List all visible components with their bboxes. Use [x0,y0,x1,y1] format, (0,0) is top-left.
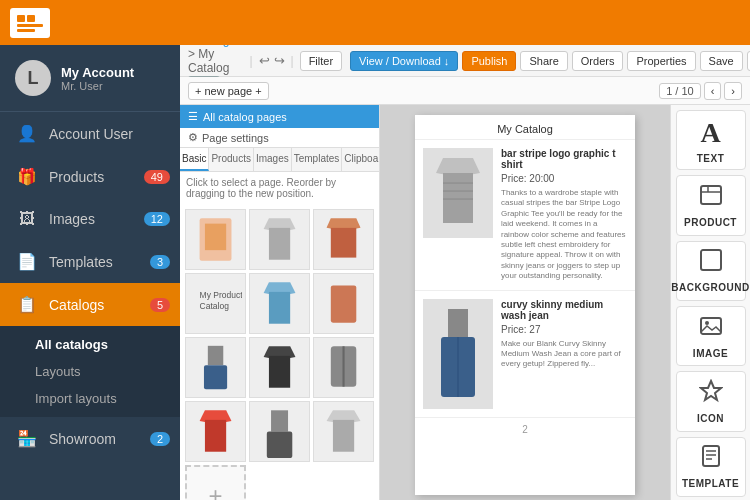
catalog-panel: ☰ All catalog pages ⚙ Page settings Basi… [180,105,380,500]
sidebar-item-images[interactable]: 🖼 Images 12 [0,198,180,240]
product-thumb-9[interactable] [313,337,374,398]
product-thumb-8[interactable] [249,337,310,398]
product-thumb-4[interactable]: My ProductCatalog [185,273,246,334]
templates-icon: 📄 [15,252,39,271]
svg-rect-1 [17,15,25,22]
right-tool-template[interactable]: TEMPLATE [676,437,746,497]
svg-rect-27 [333,420,354,452]
page-settings-label: Page settings [202,132,269,144]
product-entry-2: curvy skinny medium wash jean Price: 27 … [415,291,635,418]
logo[interactable] [10,8,50,38]
account-info: My Account Mr. User [61,65,134,92]
sidebar-item-account-user[interactable]: 👤 Account User [0,112,180,155]
showroom-icon: 🏪 [15,429,39,448]
sidebar-item-catalogs[interactable]: 📋 Catalogs 5 [0,283,180,326]
product-image-1 [423,148,493,238]
product-grid: My ProductCatalog [180,204,379,500]
page-info: 1 / 10 [659,83,701,99]
text-tool-icon: A [700,117,720,149]
content-area: Catalogs > My Catalog Draft | ↩ ↪ | Filt… [180,45,750,500]
background-tool-icon [699,248,723,278]
prev-page-button[interactable]: ‹ [704,82,722,100]
page-canvas: My Catalog [415,115,635,495]
showroom-badge: 2 [150,432,170,446]
page-settings-bar: ⚙ Page settings [180,128,379,148]
publish-button[interactable]: Publish [462,51,516,71]
product-thumb-1[interactable] [185,209,246,270]
subnav-layouts[interactable]: Layouts [20,358,180,385]
all-catalog-pages-label: All catalog pages [203,111,287,123]
svg-rect-2 [27,15,35,22]
images-icon: 🖼 [15,210,39,228]
product-thumb-11[interactable] [249,401,310,462]
product-thumb-12[interactable] [313,401,374,462]
sidebar-item-templates[interactable]: 📄 Templates 3 [0,240,180,283]
properties-button[interactable]: Properties [627,51,695,71]
avatar: L [15,60,51,96]
filter-button[interactable]: Filter [300,51,342,71]
toolbar: Catalogs > My Catalog Draft | ↩ ↪ | Filt… [180,45,750,77]
add-page-button[interactable]: + new page + [188,82,269,100]
help-button[interactable]: Help [747,51,750,71]
template-tool-icon [699,444,723,474]
right-tool-image[interactable]: IMAGE [676,306,746,366]
svg-rect-14 [269,292,290,324]
product-thumb-7[interactable] [185,337,246,398]
product-title-2: curvy skinny medium wash jean [501,299,627,321]
share-button[interactable]: Share [520,51,567,71]
product-price-1: Price: 20:00 [501,173,627,184]
products-badge: 49 [144,170,170,184]
right-tool-icon[interactable]: ICON [676,371,746,431]
svg-rect-17 [204,365,227,389]
right-tool-text[interactable]: A TEXT [676,110,746,170]
subnav-all-catalogs[interactable]: All catalogs [20,331,180,358]
view-download-button[interactable]: View / Download ↓ [350,51,458,71]
tab-clipbo[interactable]: Clipboa... [342,148,380,171]
save-button[interactable]: Save [700,51,743,71]
product-thumb-2[interactable] [249,209,310,270]
product-entry-1: bar stripe logo graphic t shirt Price: 2… [415,140,635,291]
product-thumb-10[interactable] [185,401,246,462]
tab-basic[interactable]: Basic [180,148,209,171]
redo-icon[interactable]: ↪ [274,53,285,68]
right-tool-background[interactable]: BACKGROUND [676,241,746,301]
svg-rect-8 [269,228,290,260]
svg-text:Catalog: Catalog [200,301,230,311]
icon-tool-label: ICON [697,413,724,424]
product-image-2 [423,299,493,409]
undo-icon[interactable]: ↩ [259,53,270,68]
tab-templates[interactable]: Templates [292,148,343,171]
svg-rect-16 [208,346,223,365]
product-title-1: bar stripe logo graphic t shirt [501,148,627,170]
svg-point-41 [705,321,709,325]
product-price-2: Price: 27 [501,324,627,335]
templates-badge: 3 [150,255,170,269]
sidebar: L My Account Mr. User 👤 Account User 🎁 P… [0,45,180,500]
subnav-import-layouts[interactable]: Import layouts [20,385,180,412]
sidebar-item-products[interactable]: 🎁 Products 49 [0,155,180,198]
next-page-button[interactable]: › [724,82,742,100]
top-bar [0,0,750,45]
product-thumb-5[interactable] [249,273,310,334]
product-thumb-6[interactable] [313,273,374,334]
main-layout: L My Account Mr. User 👤 Account User 🎁 P… [0,45,750,500]
product-tool-label: PRODUCT [684,217,737,228]
svg-rect-24 [271,410,288,431]
template-tool-label: TEMPLATE [682,478,739,489]
svg-marker-42 [701,381,721,400]
tab-products[interactable]: Products [209,148,253,171]
product-thumb-3[interactable] [313,209,374,270]
product-desc-2: Make our Blank Curvy Skinny Medium Wash … [501,339,627,370]
add-product-button[interactable]: + [185,465,246,500]
catalog-icon: ☰ [188,110,198,123]
tab-images[interactable]: Images [254,148,292,171]
products-icon: 🎁 [15,167,39,186]
svg-rect-39 [701,250,721,270]
canvas-area: My Catalog [380,105,670,500]
sidebar-item-showroom[interactable]: 🏪 Showroom 2 [0,417,180,460]
product-info-2: curvy skinny medium wash jean Price: 27 … [501,299,627,409]
svg-rect-15 [331,285,356,322]
orders-button[interactable]: Orders [572,51,624,71]
right-tool-product[interactable]: PRODUCT [676,175,746,235]
account-section[interactable]: L My Account Mr. User [0,45,180,112]
